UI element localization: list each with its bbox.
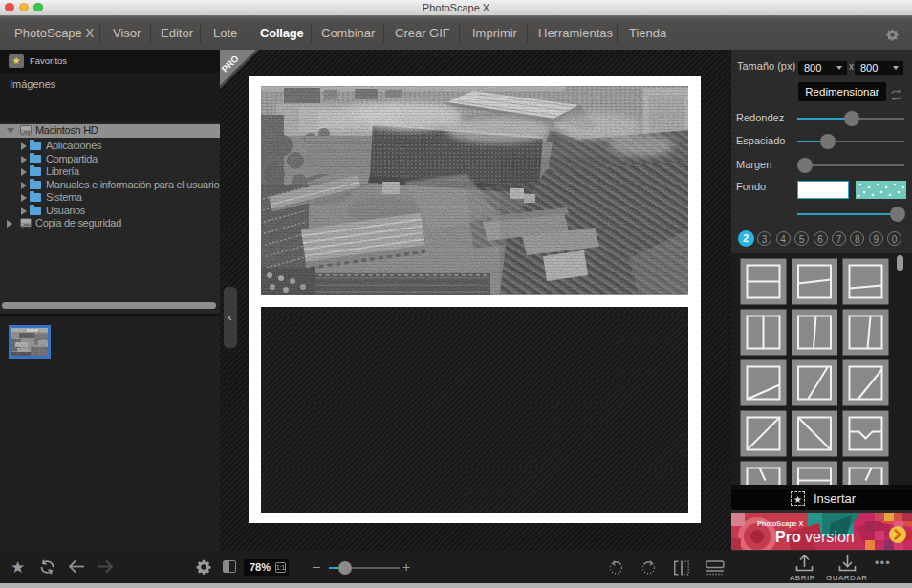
- svg-text:Pro version: Pro version: [775, 529, 855, 545]
- svg-text:PhotoScape X: PhotoScape X: [757, 519, 804, 528]
